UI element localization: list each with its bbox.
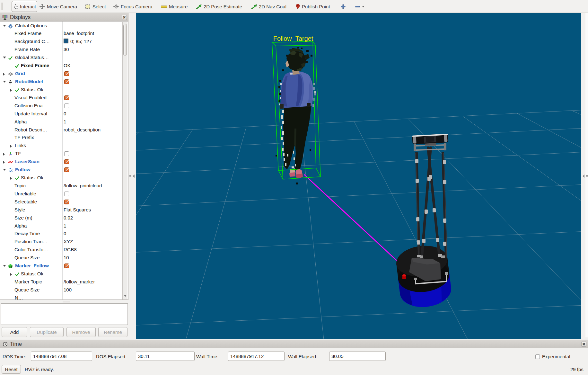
svg-text:Follow_Target: Follow_Target — [273, 35, 313, 42]
